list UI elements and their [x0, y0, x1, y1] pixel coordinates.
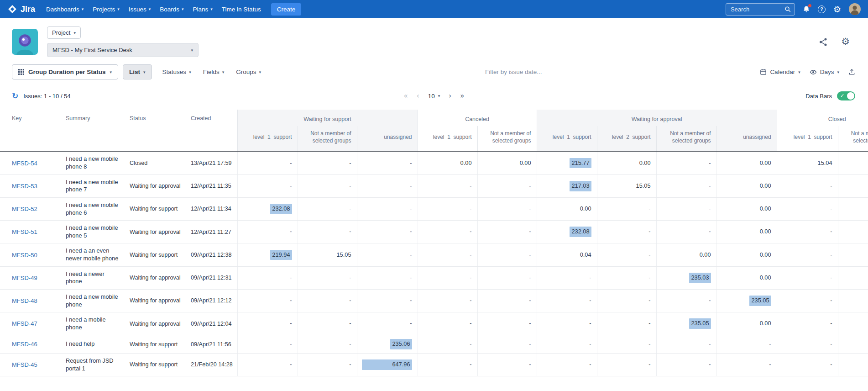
duration-cell: - [537, 289, 597, 312]
create-button[interactable]: Create [271, 3, 302, 16]
brand-label: Jira [21, 5, 35, 14]
next-page-button[interactable]: › [449, 92, 451, 100]
duration-cell: - [597, 221, 656, 243]
issue-key-link[interactable]: MFSD-46 [12, 341, 37, 348]
duration-cell: - [597, 354, 656, 376]
share-button[interactable] [818, 37, 828, 47]
user-avatar[interactable] [849, 3, 861, 15]
group-header-waiting-for-support: Waiting for support [237, 110, 418, 126]
nav-item-projects[interactable]: Projects▾ [88, 0, 124, 18]
duration-cell: - [477, 197, 537, 220]
chevron-down-icon: ▾ [259, 70, 261, 74]
data-bar: 235.03 [689, 273, 711, 283]
refresh-button[interactable]: ↻ [12, 91, 18, 100]
duration-cell: - [777, 312, 838, 335]
duration-cell: 0.00 [537, 197, 597, 220]
menu-groups[interactable]: Groups▾ [230, 69, 267, 75]
export-button[interactable] [848, 69, 855, 75]
project-type-dropdown[interactable]: Project ▾ [47, 26, 81, 39]
duration-cell: - [597, 266, 656, 289]
issue-key-link[interactable]: MFSD-50 [12, 252, 37, 259]
settings-gear-button[interactable]: ⚙ [833, 5, 841, 14]
issue-key-link[interactable]: MFSD-48 [12, 297, 37, 304]
issue-key-link[interactable]: MFSD-52 [12, 206, 37, 212]
menu-statuses[interactable]: Statuses▾ [157, 69, 197, 75]
data-bars-toggle[interactable]: ✓ [837, 91, 855, 100]
nav-item-issues[interactable]: Issues▾ [124, 0, 156, 18]
duration-cell: - [237, 354, 298, 376]
duration-cell: - [537, 354, 597, 376]
project-select[interactable]: MFSD - My First Service Desk ▾ [47, 43, 199, 57]
duration-cell: 217.03 [537, 174, 597, 197]
data-bar: 647.96 [362, 359, 412, 370]
calendar-dropdown[interactable]: Calendar ▾ [760, 69, 800, 75]
navbar-search-box[interactable] [726, 3, 795, 16]
chevron-down-icon: ▾ [210, 7, 213, 11]
report-settings-gear-button[interactable]: ⚙ [841, 37, 850, 47]
issue-key-link[interactable]: MFSD-47 [12, 320, 37, 327]
cell-key: MFSD-47 [0, 312, 61, 335]
duration-cell: - [237, 289, 298, 312]
cell-key: MFSD-52 [0, 197, 61, 220]
group-header-canceled: Canceled [418, 110, 537, 126]
subcolumn-header-waiting-for-approval-unassigned: unassigned [716, 126, 777, 151]
jira-logo[interactable]: Jira [7, 4, 35, 14]
duration-cell: - [298, 289, 357, 312]
duration-cell: - [357, 197, 418, 220]
duration-cell: - [357, 289, 418, 312]
chevron-down-icon: ▾ [110, 70, 112, 74]
duration-cell: - [597, 312, 656, 335]
duration-cell: - [716, 335, 777, 354]
duration-cell: 0.00 [656, 243, 716, 266]
top-navbar: Jira Dashboards▾Projects▾Issues▾Boards▾P… [0, 0, 868, 18]
issue-key-link[interactable]: MFSD-49 [12, 275, 37, 281]
view-mode-label: List [129, 69, 140, 75]
data-bar: 232.08 [570, 227, 591, 237]
help-button[interactable]: ? [818, 5, 826, 13]
nav-item-boards[interactable]: Boards▾ [155, 0, 188, 18]
chevron-down-icon: ▾ [222, 70, 225, 74]
menu-fields[interactable]: Fields▾ [197, 69, 230, 75]
search-input[interactable] [730, 5, 781, 13]
issue-key-link[interactable]: MFSD-53 [12, 183, 37, 190]
subcolumn-header-waiting-for-support-level-1-support: level_1_support [237, 126, 298, 151]
duration-cell: - [597, 335, 656, 354]
prev-page-button[interactable]: ‹ [417, 92, 419, 100]
table-row: MFSD-46I need helpWaiting for support09/… [0, 335, 868, 354]
nav-item-plans[interactable]: Plans▾ [188, 0, 217, 18]
column-header-summary: Summary [61, 110, 125, 151]
issue-key-link[interactable]: MFSD-45 [12, 361, 37, 368]
nav-item-time-in-status[interactable]: Time in Status [217, 0, 266, 18]
last-page-button[interactable]: » [460, 92, 464, 100]
toggle-knob [847, 92, 854, 100]
table-row: MFSD-52I need a new mobile phone 6Waitin… [0, 197, 868, 220]
notification-badge [808, 4, 811, 7]
chevron-down-icon: ▾ [191, 48, 193, 53]
notifications-button[interactable] [803, 5, 810, 13]
duration-cell: - [656, 335, 716, 354]
view-mode-dropdown[interactable]: List ▾ [123, 64, 152, 79]
search-icon [784, 6, 791, 12]
duration-cell: - [477, 312, 537, 335]
issue-date-filter-input[interactable] [272, 68, 755, 76]
time-unit-dropdown[interactable]: Days ▾ [810, 69, 839, 76]
duration-cell [838, 151, 868, 174]
issue-key-link[interactable]: MFSD-54 [12, 160, 37, 167]
duration-cell: - [777, 221, 838, 243]
issue-key-link[interactable]: MFSD-51 [12, 228, 37, 235]
table-row: MFSD-45Request from JSD portal 1Waiting … [0, 354, 868, 376]
project-avatar [12, 29, 38, 55]
cell-created: 09/Apr/21 12:38 [186, 243, 237, 266]
duration-cell: - [298, 151, 357, 174]
cell-created: 12/Apr/21 11:27 [186, 221, 237, 243]
cell-summary: I need a an even newer mobile phone [61, 243, 125, 266]
page-size-select[interactable]: 10 ▾ [428, 93, 440, 100]
help-icon: ? [820, 6, 823, 12]
cell-key: MFSD-45 [0, 354, 61, 376]
duration-cell: - [418, 174, 477, 197]
duration-cell: - [418, 243, 477, 266]
project-type-label: Project [52, 29, 70, 36]
nav-item-dashboards[interactable]: Dashboards▾ [42, 0, 88, 18]
report-type-dropdown[interactable]: Group Duration per Status ▾ [12, 64, 118, 79]
first-page-button[interactable]: « [404, 92, 408, 100]
